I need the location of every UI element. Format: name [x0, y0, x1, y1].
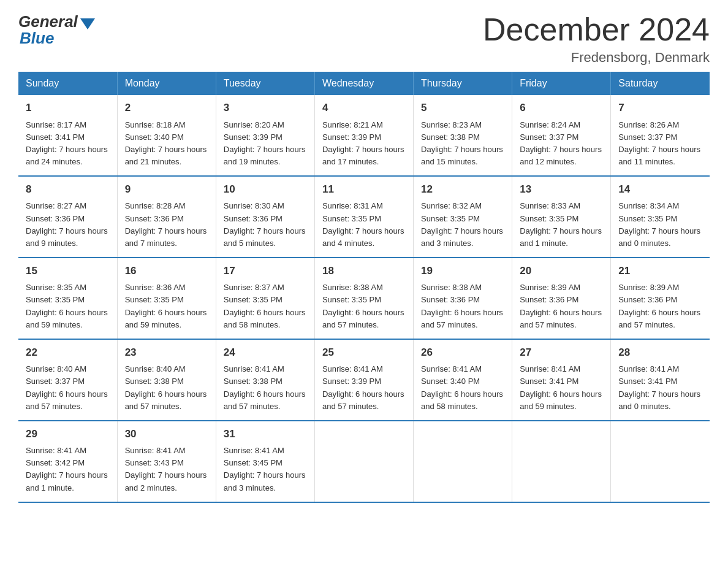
day-info: Sunrise: 8:41 AMSunset: 3:45 PMDaylight:…: [224, 445, 307, 494]
table-row: 3 Sunrise: 8:20 AMSunset: 3:39 PMDayligh…: [216, 95, 314, 176]
logo-blue-text: Blue: [20, 29, 54, 48]
day-info: Sunrise: 8:28 AMSunset: 3:36 PMDaylight:…: [125, 200, 208, 250]
day-number: 16: [125, 263, 208, 279]
day-number: 27: [520, 345, 603, 361]
day-info: Sunrise: 8:21 AMSunset: 3:39 PMDaylight:…: [322, 119, 406, 169]
day-number: 14: [618, 182, 702, 197]
day-number: 3: [224, 100, 307, 116]
calendar-week-row: 8 Sunrise: 8:27 AMSunset: 3:36 PMDayligh…: [18, 176, 710, 258]
day-number: 19: [421, 263, 504, 279]
logo-triangle-icon: [80, 18, 95, 29]
day-number: 31: [224, 426, 307, 442]
day-info: Sunrise: 8:33 AMSunset: 3:35 PMDaylight:…: [520, 200, 603, 250]
day-info: Sunrise: 8:26 AMSunset: 3:37 PMDaylight:…: [618, 119, 702, 169]
day-number: 22: [26, 345, 110, 361]
day-info: Sunrise: 8:41 AMSunset: 3:41 PMDaylight:…: [618, 363, 702, 413]
table-row: 1 Sunrise: 8:17 AMSunset: 3:41 PMDayligh…: [18, 95, 117, 176]
table-row: 6 Sunrise: 8:24 AMSunset: 3:37 PMDayligh…: [512, 95, 611, 176]
table-row: 7 Sunrise: 8:26 AMSunset: 3:37 PMDayligh…: [611, 95, 710, 176]
table-row: 9 Sunrise: 8:28 AMSunset: 3:36 PMDayligh…: [117, 176, 216, 258]
day-info: Sunrise: 8:40 AMSunset: 3:38 PMDaylight:…: [125, 363, 208, 413]
day-number: 28: [618, 345, 702, 361]
day-info: Sunrise: 8:37 AMSunset: 3:35 PMDaylight:…: [224, 282, 307, 331]
title-block: December 2024 Fredensborg, Denmark: [483, 12, 710, 66]
table-row: 2 Sunrise: 8:18 AMSunset: 3:40 PMDayligh…: [117, 95, 216, 176]
table-row: 18 Sunrise: 8:38 AMSunset: 3:35 PMDaylig…: [314, 258, 413, 339]
table-row: 31 Sunrise: 8:41 AMSunset: 3:45 PMDaylig…: [216, 421, 314, 502]
table-row: 4 Sunrise: 8:21 AMSunset: 3:39 PMDayligh…: [314, 95, 413, 176]
day-info: Sunrise: 8:41 AMSunset: 3:39 PMDaylight:…: [322, 363, 406, 413]
table-row: 13 Sunrise: 8:33 AMSunset: 3:35 PMDaylig…: [512, 176, 611, 258]
day-info: Sunrise: 8:40 AMSunset: 3:37 PMDaylight:…: [26, 363, 110, 413]
day-info: Sunrise: 8:36 AMSunset: 3:35 PMDaylight:…: [125, 282, 208, 331]
header-monday: Monday: [117, 72, 216, 95]
day-number: 15: [26, 263, 110, 279]
day-info: Sunrise: 8:41 AMSunset: 3:43 PMDaylight:…: [125, 445, 208, 494]
day-info: Sunrise: 8:34 AMSunset: 3:35 PMDaylight:…: [618, 200, 702, 250]
day-info: Sunrise: 8:39 AMSunset: 3:36 PMDaylight:…: [618, 282, 702, 331]
day-number: 18: [322, 263, 406, 279]
header-friday: Friday: [512, 72, 611, 95]
day-info: Sunrise: 8:18 AMSunset: 3:40 PMDaylight:…: [125, 119, 208, 169]
day-info: Sunrise: 8:41 AMSunset: 3:41 PMDaylight:…: [520, 363, 603, 413]
table-row: [414, 421, 512, 502]
day-info: Sunrise: 8:39 AMSunset: 3:36 PMDaylight:…: [520, 282, 603, 331]
day-number: 9: [125, 182, 208, 197]
day-number: 24: [224, 345, 307, 361]
day-number: 21: [618, 263, 702, 279]
table-row: 19 Sunrise: 8:38 AMSunset: 3:36 PMDaylig…: [414, 258, 512, 339]
day-info: Sunrise: 8:27 AMSunset: 3:36 PMDaylight:…: [26, 200, 110, 250]
table-row: 29 Sunrise: 8:41 AMSunset: 3:42 PMDaylig…: [18, 421, 117, 502]
day-number: 8: [26, 182, 110, 197]
calendar-week-row: 1 Sunrise: 8:17 AMSunset: 3:41 PMDayligh…: [18, 95, 710, 176]
day-info: Sunrise: 8:32 AMSunset: 3:35 PMDaylight:…: [421, 200, 504, 250]
logo: General Blue: [18, 12, 95, 48]
day-number: 13: [520, 182, 603, 197]
day-number: 12: [421, 182, 504, 197]
table-row: 23 Sunrise: 8:40 AMSunset: 3:38 PMDaylig…: [117, 339, 216, 421]
table-row: 22 Sunrise: 8:40 AMSunset: 3:37 PMDaylig…: [18, 339, 117, 421]
day-number: 2: [125, 100, 208, 116]
header-thursday: Thursday: [414, 72, 512, 95]
day-number: 26: [421, 345, 504, 361]
table-row: 14 Sunrise: 8:34 AMSunset: 3:35 PMDaylig…: [611, 176, 710, 258]
header-saturday: Saturday: [611, 72, 710, 95]
day-number: 11: [322, 182, 406, 197]
table-row: 27 Sunrise: 8:41 AMSunset: 3:41 PMDaylig…: [512, 339, 611, 421]
day-number: 25: [322, 345, 406, 361]
calendar-week-row: 22 Sunrise: 8:40 AMSunset: 3:37 PMDaylig…: [18, 339, 710, 421]
header-tuesday: Tuesday: [216, 72, 314, 95]
table-row: 21 Sunrise: 8:39 AMSunset: 3:36 PMDaylig…: [611, 258, 710, 339]
day-number: 5: [421, 100, 504, 116]
calendar-header-row: Sunday Monday Tuesday Wednesday Thursday…: [18, 72, 710, 95]
day-info: Sunrise: 8:24 AMSunset: 3:37 PMDaylight:…: [520, 119, 603, 169]
location: Fredensborg, Denmark: [483, 50, 710, 66]
table-row: 30 Sunrise: 8:41 AMSunset: 3:43 PMDaylig…: [117, 421, 216, 502]
table-row: 24 Sunrise: 8:41 AMSunset: 3:38 PMDaylig…: [216, 339, 314, 421]
day-info: Sunrise: 8:38 AMSunset: 3:35 PMDaylight:…: [322, 282, 406, 331]
table-row: [512, 421, 611, 502]
table-row: 8 Sunrise: 8:27 AMSunset: 3:36 PMDayligh…: [18, 176, 117, 258]
day-info: Sunrise: 8:23 AMSunset: 3:38 PMDaylight:…: [421, 119, 504, 169]
day-info: Sunrise: 8:17 AMSunset: 3:41 PMDaylight:…: [26, 119, 110, 169]
day-info: Sunrise: 8:20 AMSunset: 3:39 PMDaylight:…: [224, 119, 307, 169]
day-number: 17: [224, 263, 307, 279]
table-row: 10 Sunrise: 8:30 AMSunset: 3:36 PMDaylig…: [216, 176, 314, 258]
day-info: Sunrise: 8:30 AMSunset: 3:36 PMDaylight:…: [224, 200, 307, 250]
table-row: 26 Sunrise: 8:41 AMSunset: 3:40 PMDaylig…: [414, 339, 512, 421]
day-number: 29: [26, 426, 110, 442]
day-number: 10: [224, 182, 307, 197]
day-number: 6: [520, 100, 603, 116]
day-info: Sunrise: 8:38 AMSunset: 3:36 PMDaylight:…: [421, 282, 504, 331]
day-info: Sunrise: 8:41 AMSunset: 3:38 PMDaylight:…: [224, 363, 307, 413]
header-wednesday: Wednesday: [314, 72, 413, 95]
table-row: 20 Sunrise: 8:39 AMSunset: 3:36 PMDaylig…: [512, 258, 611, 339]
table-row: [314, 421, 413, 502]
table-row: 28 Sunrise: 8:41 AMSunset: 3:41 PMDaylig…: [611, 339, 710, 421]
table-row: [611, 421, 710, 502]
day-number: 1: [26, 100, 110, 116]
day-number: 4: [322, 100, 406, 116]
calendar-table: Sunday Monday Tuesday Wednesday Thursday…: [18, 72, 710, 503]
day-info: Sunrise: 8:35 AMSunset: 3:35 PMDaylight:…: [26, 282, 110, 331]
table-row: 11 Sunrise: 8:31 AMSunset: 3:35 PMDaylig…: [314, 176, 413, 258]
